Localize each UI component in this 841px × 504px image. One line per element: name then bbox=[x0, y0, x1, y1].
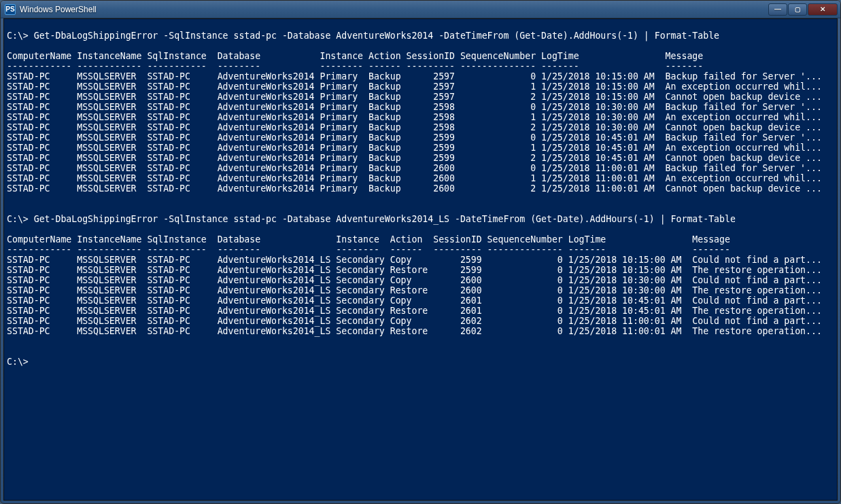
title-bar[interactable]: PS Windows PowerShell bbox=[1, 1, 840, 18]
window-controls bbox=[768, 3, 838, 16]
powershell-window: PS Windows PowerShell C:\> Get-DbaLogShi… bbox=[0, 0, 841, 504]
close-button[interactable] bbox=[808, 3, 838, 16]
minimize-button[interactable] bbox=[768, 3, 787, 16]
maximize-button[interactable] bbox=[788, 3, 807, 16]
terminal-viewport[interactable]: C:\> Get-DbaLogShippingError -SqlInstanc… bbox=[3, 18, 838, 501]
terminal-content[interactable]: C:\> Get-DbaLogShippingError -SqlInstanc… bbox=[4, 19, 837, 500]
window-title: Windows PowerShell bbox=[20, 5, 768, 14]
app-icon: PS bbox=[5, 4, 16, 15]
